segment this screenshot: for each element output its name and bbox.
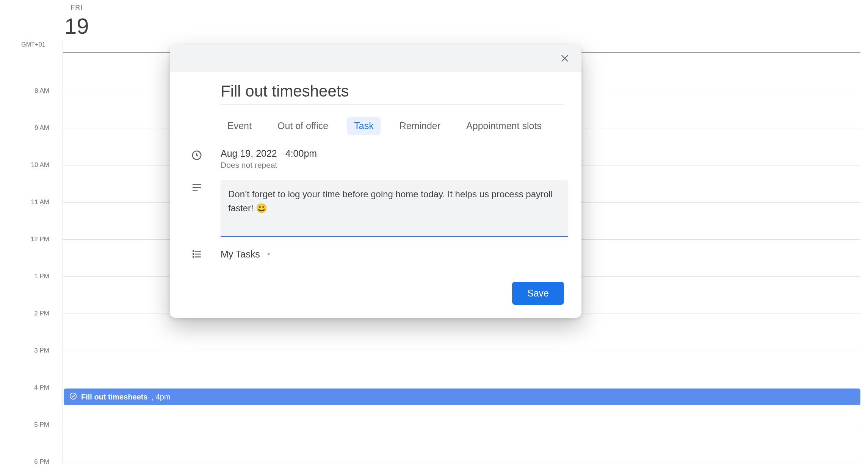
task-circle-icon — [69, 392, 77, 402]
svg-point-2 — [193, 251, 194, 252]
event-type-tabs: EventOut of officeTaskReminderAppointmen… — [221, 117, 568, 135]
day-of-month: 19 — [64, 14, 89, 38]
hour-label: 3 PM — [0, 347, 49, 354]
tab-task[interactable]: Task — [347, 117, 380, 135]
task-time: 4:00pm — [285, 148, 317, 159]
hour-row: 2 PM — [0, 314, 860, 351]
modal-header — [170, 45, 581, 72]
task-date: Aug 19, 2022 — [221, 148, 277, 159]
create-task-modal: EventOut of officeTaskReminderAppointmen… — [170, 45, 581, 318]
hour-label: 12 PM — [0, 236, 49, 243]
hour-label: 9 AM — [0, 124, 49, 132]
hour-label: 4 PM — [0, 384, 49, 392]
timezone-label: GMT+01 — [21, 41, 45, 48]
hour-label: 1 PM — [0, 273, 49, 280]
svg-point-4 — [193, 256, 194, 257]
calendar-event-chip[interactable]: Fill out timesheets, 4pm — [64, 389, 860, 405]
chevron-down-icon — [265, 249, 272, 260]
day-of-week: FRI — [64, 4, 89, 12]
svg-point-3 — [193, 254, 194, 255]
hour-gridline — [63, 388, 860, 388]
list-icon — [190, 248, 204, 260]
hour-label: 10 AM — [0, 161, 49, 169]
task-list-select[interactable]: My Tasks — [221, 249, 272, 260]
save-button[interactable]: Save — [512, 282, 564, 305]
hour-label: 2 PM — [0, 310, 49, 317]
task-list-label: My Tasks — [221, 249, 260, 260]
hour-label: 6 PM — [0, 458, 49, 465]
description-input[interactable] — [221, 180, 568, 237]
close-button[interactable] — [556, 50, 573, 67]
event-chip-title: Fill out timesheets — [81, 393, 148, 401]
repeat-label: Does not repeat — [221, 161, 317, 170]
tab-out-of-office[interactable]: Out of office — [271, 117, 335, 135]
hour-gridline — [63, 462, 860, 462]
day-header[interactable]: FRI 19 — [64, 4, 89, 38]
tab-appointment-slots[interactable]: Appointment slots — [459, 117, 548, 135]
hour-row: 6 PM — [0, 462, 860, 465]
clock-icon — [190, 148, 204, 161]
close-icon — [560, 53, 570, 64]
hour-gridline — [63, 351, 860, 351]
description-icon — [190, 180, 204, 193]
hour-row: 5 PM — [0, 425, 860, 462]
task-title-input[interactable] — [221, 80, 564, 105]
tab-event[interactable]: Event — [221, 117, 259, 135]
tab-reminder[interactable]: Reminder — [393, 117, 447, 135]
hour-label: 8 AM — [0, 87, 49, 95]
hour-label: 5 PM — [0, 421, 49, 429]
hour-label: 11 AM — [0, 198, 49, 206]
datetime-block[interactable]: Aug 19, 20224:00pm Does not repeat — [221, 148, 317, 170]
hour-row: 3 PM — [0, 351, 860, 388]
event-chip-time: , 4pm — [152, 393, 171, 401]
svg-point-0 — [70, 393, 77, 399]
hour-gridline — [63, 425, 860, 425]
